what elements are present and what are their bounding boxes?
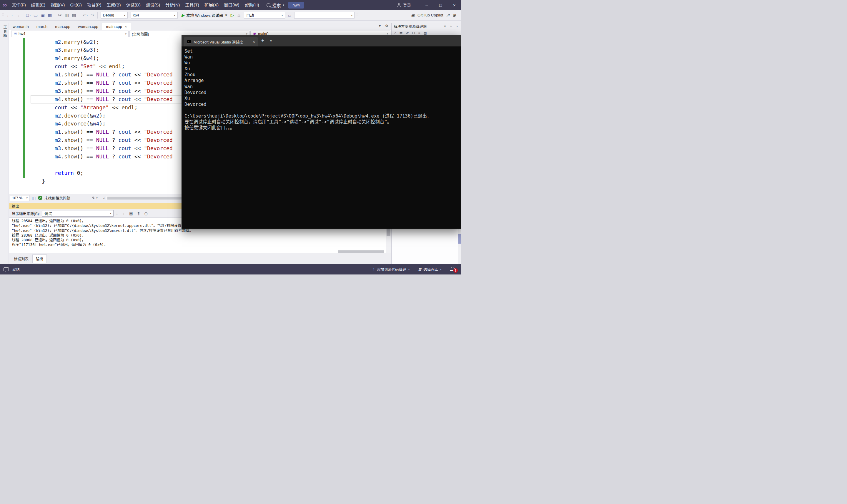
share-icon[interactable]: ↗: [446, 13, 450, 18]
document-tabs: woman.hman.hman.cppwoman.cppmain.cpp×: [9, 23, 131, 30]
menu-item-测试(S)[interactable]: 测试(S): [143, 0, 163, 10]
grid-dots-icon[interactable]: ⠿: [356, 13, 358, 17]
split-window-icon[interactable]: ◫: [32, 196, 36, 200]
check-icon: ✓: [38, 196, 42, 200]
files-icon[interactable]: ▤: [424, 31, 427, 35]
menu-item-帮助(H)[interactable]: 帮助(H): [242, 0, 261, 10]
menu-item-生成(B)[interactable]: 生成(B): [104, 0, 123, 10]
tab-woman.cpp[interactable]: woman.cpp: [74, 23, 102, 30]
timestamp-button[interactable]: ◷: [142, 211, 150, 216]
code-line: }: [29, 177, 173, 185]
solution-platform-selector[interactable]: x64▾: [131, 12, 178, 19]
menu-item-Git(G)[interactable]: Git(G): [67, 0, 84, 10]
word-wrap-button[interactable]: ¶: [135, 211, 142, 216]
github-copilot-button[interactable]: ◉ GitHub Copilot ↗ ⊕: [411, 13, 460, 18]
add-to-source-control-label: 添加到源代码管理: [377, 267, 406, 272]
folder-options-button[interactable]: ▱: [287, 13, 293, 18]
solution-config-selector[interactable]: Debug▾: [101, 12, 128, 19]
navigate-back-button[interactable]: ←▾: [5, 13, 14, 18]
tab-options-gear-icon[interactable]: ⚙: [385, 24, 388, 28]
close-icon[interactable]: ×: [125, 24, 127, 29]
chevron-down-icon: ▾: [281, 14, 283, 17]
save-button[interactable]: ▣: [39, 13, 46, 18]
scroll-left-icon[interactable]: ◂: [102, 196, 106, 200]
sign-in-button[interactable]: 登录: [397, 2, 411, 8]
search-result-chip[interactable]: hw4: [288, 2, 304, 8]
next-message-button[interactable]: ↑: [120, 211, 127, 216]
list-icon[interactable]: ≡: [418, 31, 420, 35]
minimize-button[interactable]: –: [420, 0, 434, 10]
tab-label: man.cpp: [55, 24, 70, 29]
auto-selector[interactable]: 自动▾: [244, 12, 285, 19]
menu-item-项目(P)[interactable]: 项目(P): [84, 0, 104, 10]
bottom-tab-错误列表[interactable]: 错误列表: [11, 255, 32, 263]
bottom-tab-输出[interactable]: 输出: [32, 254, 47, 263]
project-selector[interactable]: ⊞ hw4 ▾: [11, 31, 128, 37]
pin-icon[interactable]: ↧: [448, 24, 453, 28]
code-line: m3.show() == NULL ? cout << "Devorced: [29, 144, 173, 152]
save-all-button[interactable]: ▦: [46, 13, 53, 18]
tab-man.h[interactable]: man.h: [33, 23, 51, 30]
paste-button[interactable]: ▤: [70, 13, 77, 18]
redo-button[interactable]: ↷: [89, 13, 96, 18]
code-content[interactable]: m2.marry(&w2); m3.marry(&w3); m4.marry(&…: [29, 38, 173, 185]
debug-console-window[interactable]: >_ Microsoft Visual Studio 调试控 × + ∨ Set…: [182, 35, 461, 229]
menu-item-编辑(E)[interactable]: 编辑(E): [29, 0, 48, 10]
open-file-button[interactable]: ▭: [32, 13, 39, 18]
collapse-icon[interactable]: ⊟: [412, 31, 415, 35]
undo-button[interactable]: ↶▾: [81, 13, 89, 18]
copy-button[interactable]: ▥: [63, 13, 70, 18]
code-line: m3.show() == NULL ? cout << "Devorced: [29, 87, 173, 95]
tab-woman.h[interactable]: woman.h: [9, 23, 33, 30]
sidebar-toolbox-tab[interactable]: 工具箱: [2, 25, 8, 38]
config-value: Debug: [103, 13, 114, 17]
refresh-icon[interactable]: ⟳: [406, 31, 409, 35]
close-button[interactable]: ×: [448, 0, 461, 10]
console-tab[interactable]: >_ Microsoft Visual Studio 调试控 ×: [184, 37, 258, 47]
menu-item-扩展(X)[interactable]: 扩展(X): [202, 0, 221, 10]
menu-item-文件(F)[interactable]: 文件(F): [9, 0, 29, 10]
solution-explorer-header[interactable]: 解决方案资源管理器 ▾ ↧ ×: [392, 23, 461, 30]
tab-man.cpp[interactable]: man.cpp: [51, 23, 74, 30]
start-debugging-button[interactable]: ▶ 本地 Windows 调试器 ▾: [179, 12, 229, 18]
close-icon[interactable]: ×: [455, 25, 459, 28]
new-tab-button[interactable]: +: [258, 38, 268, 43]
find-combo[interactable]: ▾: [294, 12, 355, 19]
se-scrollbar-thumb[interactable]: [459, 234, 461, 244]
previous-message-button[interactable]: ↓: [114, 211, 120, 216]
compare-icon[interactable]: ⇄: [399, 31, 402, 35]
home-icon[interactable]: ⌂: [394, 31, 396, 35]
navigate-forward-button[interactable]: →: [14, 13, 21, 18]
select-repository-button[interactable]: ⊟ 选择仓库 ▴: [418, 267, 441, 272]
menu-item-工具(T)[interactable]: 工具(T): [183, 0, 202, 10]
console-tab-close-icon[interactable]: ×: [253, 39, 255, 44]
menu-item-视图(V)[interactable]: 视图(V): [48, 0, 67, 10]
menu-item-分析(N)[interactable]: 分析(N): [163, 0, 183, 10]
hot-reload-button[interactable]: ♨: [235, 13, 242, 18]
maximize-button[interactable]: □: [434, 0, 448, 10]
console-output[interactable]: Set Wan Wu Xu Zhou Arrange Wan Devorced …: [182, 47, 461, 229]
output-hscrollbar-thumb[interactable]: [338, 250, 384, 253]
add-to-source-control-button[interactable]: ↑ 添加到源代码管理 ▴: [373, 267, 409, 272]
code-health-indicator[interactable]: ✓ 未找到相关问题: [38, 195, 70, 201]
tab-dropdown-icon[interactable]: ∨: [268, 39, 274, 42]
search-control[interactable]: 搜索 ▾: [266, 2, 284, 8]
clear-output-button[interactable]: ▤: [127, 211, 135, 216]
code-line: m4.devorce(&w4);: [29, 120, 173, 128]
feedback-icon[interactable]: [3, 267, 9, 271]
console-title-bar[interactable]: >_ Microsoft Visual Studio 调试控 × + ∨: [182, 35, 461, 47]
cut-button[interactable]: ✂: [56, 13, 63, 18]
output-source-selector[interactable]: 调试 ▾: [42, 210, 114, 217]
start-without-debugging-button[interactable]: ▷: [229, 13, 236, 18]
zoom-selector[interactable]: 107 % ▾: [10, 195, 30, 201]
window-position-icon[interactable]: ▾: [443, 24, 447, 28]
edit-indicator[interactable]: ✎ ▾: [91, 196, 98, 200]
active-files-dropdown-icon[interactable]: ▾: [379, 24, 381, 28]
notifications-bell-icon[interactable]: 1: [450, 266, 458, 273]
toolbar-grip-icon[interactable]: ⠿: [2, 13, 4, 17]
menu-item-窗口(W)[interactable]: 窗口(W): [221, 0, 242, 10]
menu-item-调试(D)[interactable]: 调试(D): [124, 0, 143, 10]
tab-main.cpp[interactable]: main.cpp×: [102, 23, 131, 30]
new-project-button[interactable]: □▾: [25, 13, 32, 18]
add-person-icon[interactable]: ⊕: [452, 13, 456, 18]
